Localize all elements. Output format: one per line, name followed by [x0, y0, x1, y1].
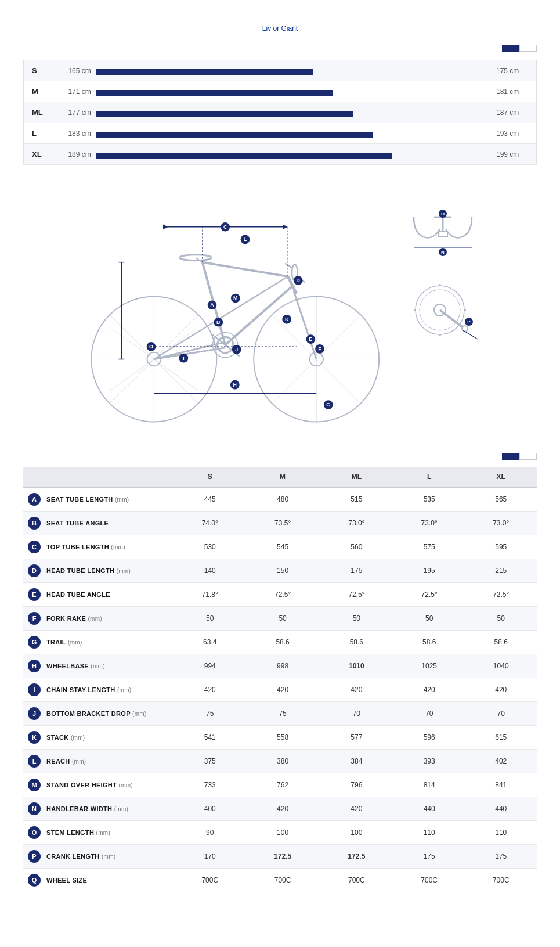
geo-row-label: E HEAD TUBE ANGLE — [23, 582, 174, 606]
svg-point-87 — [414, 309, 416, 311]
geo-header-size: XL — [465, 467, 537, 487]
row-unit: (mm) — [91, 663, 105, 669]
geo-cell: 50 — [320, 606, 393, 630]
geo-row-label: F FORK RAKE (mm) — [23, 606, 174, 630]
geo-cell: 575 — [393, 535, 465, 559]
row-unit: (mm) — [118, 782, 133, 788]
letter-badge: Q — [28, 874, 41, 887]
geo-cell: 814 — [393, 773, 465, 797]
geo-row-label: M STAND OVER HEIGHT (mm) — [23, 773, 174, 797]
svg-text:C: C — [223, 224, 227, 230]
letter-badge: C — [28, 541, 41, 553]
bar-track — [96, 131, 492, 136]
geo-cell: 74.0° — [174, 511, 246, 535]
svg-text:O: O — [440, 211, 444, 217]
row-name: BOTTOM BRACKET DROP (mm) — [46, 710, 147, 717]
diagram-section: C L A B D K E F O — [23, 188, 537, 429]
size-label: L — [24, 123, 51, 144]
geo-cell: 841 — [465, 773, 537, 797]
geo-cell: 560 — [320, 535, 393, 559]
geo-cell: 72.5° — [320, 582, 393, 606]
bar-track — [96, 110, 492, 116]
geo-cell: 175 — [393, 844, 465, 868]
row-name: STACK (mm) — [46, 734, 85, 741]
geo-row-label: D HEAD TUBE LENGTH (mm) — [23, 559, 174, 582]
geo-header-size: L — [393, 467, 465, 487]
cm-button[interactable] — [502, 45, 519, 52]
geo-cell: 172.5 — [246, 844, 320, 868]
bar-track — [96, 89, 492, 95]
geo-cell: 402 — [465, 749, 537, 773]
size-row: ML 177 cm 187 cm — [24, 102, 537, 123]
geo-cell: 58.6 — [465, 630, 537, 654]
svg-text:K: K — [284, 316, 288, 322]
bar-min: 165 cm — [59, 67, 91, 75]
size-chart: S 165 cm 175 cm M 171 cm 181 cm — [23, 60, 537, 165]
geo-cell: 175 — [465, 844, 537, 868]
bar-max: 187 cm — [496, 109, 528, 117]
svg-text:I: I — [183, 355, 184, 361]
letter-badge: G — [28, 636, 41, 649]
geo-cell: 90 — [174, 820, 246, 844]
svg-point-88 — [464, 309, 466, 311]
geo-cell: 994 — [174, 654, 246, 678]
bar-min: 171 cm — [59, 88, 91, 96]
row-name: CRANK LENGTH (mm) — [46, 853, 115, 860]
geo-cell: 73.0° — [393, 511, 465, 535]
geo-row-label: N HANDLEBAR WIDTH (mm) — [23, 797, 174, 820]
geo-header-size: M — [246, 467, 320, 487]
subtitle: Liv or Giant — [23, 23, 537, 34]
geo-row: H WHEELBASE (mm) 994998101010251040 — [23, 654, 537, 678]
row-name: CHAIN STAY LENGTH (mm) — [46, 686, 131, 693]
size-label: S — [24, 60, 51, 81]
geo-cell: 72.5° — [393, 582, 465, 606]
geo-cell: 393 — [393, 749, 465, 773]
geo-cell: 72.5° — [246, 582, 320, 606]
bar-min: 183 cm — [59, 129, 91, 138]
geo-cell: 762 — [246, 773, 320, 797]
letter-badge: H — [28, 660, 41, 672]
svg-text:M: M — [233, 296, 237, 301]
geo-row-label: L REACH (mm) — [23, 749, 174, 773]
row-unit: (mm) — [114, 806, 129, 812]
geo-row: I CHAIN STAY LENGTH (mm) 420420420420420 — [23, 678, 537, 701]
geo-cell: 110 — [465, 820, 537, 844]
letter-badge: O — [28, 826, 41, 839]
geo-row-label: Q WHEEL SIZE — [23, 868, 174, 892]
mm-button[interactable] — [502, 453, 519, 460]
geo-cell: 71.8° — [174, 582, 246, 606]
geo-cell: 75 — [174, 701, 246, 725]
geo-cell: 420 — [320, 678, 393, 701]
geo-row: P CRANK LENGTH (mm) 170172.5172.5175175 — [23, 844, 537, 868]
letter-badge: K — [28, 731, 41, 744]
geo-cell: 615 — [465, 725, 537, 749]
geo-cell: 195 — [393, 559, 465, 582]
geo-cell: 1025 — [393, 654, 465, 678]
bar-min: 177 cm — [59, 109, 91, 117]
geo-cell: 577 — [320, 725, 393, 749]
geo-cell: 700C — [393, 868, 465, 892]
svg-text:O: O — [149, 344, 153, 350]
row-unit: (mm) — [117, 687, 132, 693]
inches-button[interactable] — [519, 453, 537, 460]
row-unit: (mm) — [71, 734, 85, 741]
geo-cell: 70 — [465, 701, 537, 725]
row-name: HANDLEBAR WIDTH (mm) — [46, 805, 128, 812]
geo-cell: 700C — [246, 868, 320, 892]
row-unit: (mm) — [132, 711, 147, 717]
geo-cell: 380 — [246, 749, 320, 773]
feet-button[interactable] — [519, 45, 537, 52]
geo-row: G TRAIL (mm) 63.458.658.658.658.6 — [23, 630, 537, 654]
geo-row: O STEM LENGTH (mm) 90100100110110 — [23, 820, 537, 844]
geo-row: Q WHEEL SIZE 700C700C700C700C700C — [23, 868, 537, 892]
geo-cell: 420 — [393, 678, 465, 701]
bar-fill — [96, 69, 313, 75]
letter-badge: M — [28, 779, 41, 791]
liv-giant-link[interactable]: Liv or Giant — [262, 24, 298, 33]
geo-row-label: C TOP TUBE LENGTH (mm) — [23, 535, 174, 559]
geo-row: L REACH (mm) 375380384393402 — [23, 749, 537, 773]
geo-header-name — [23, 467, 174, 487]
geometry-table: SMMLLXL A SEAT TUBE LENGTH (mm) 44548051… — [23, 467, 537, 892]
geo-cell: 733 — [174, 773, 246, 797]
row-unit: (mm) — [88, 615, 102, 622]
